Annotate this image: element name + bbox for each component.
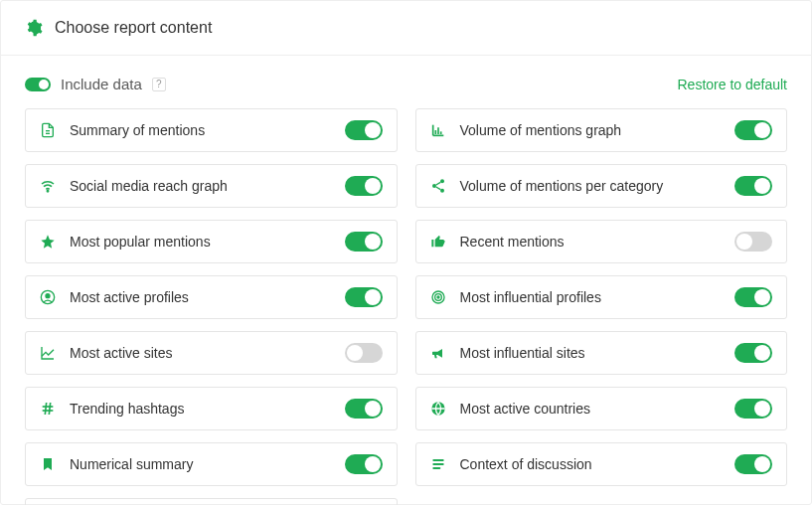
list-icon — [430, 456, 446, 472]
card-left: Recent mentions — [430, 234, 565, 250]
bookmark-icon — [40, 456, 56, 472]
toggle-volume-category[interactable] — [734, 176, 772, 196]
panel-title: Choose report content — [55, 19, 212, 37]
bullhorn-icon — [430, 345, 446, 361]
options-column-right: Volume of mentions graphVolume of mentio… — [415, 108, 788, 505]
svg-point-2 — [47, 191, 48, 192]
option-card-active-sites: Most active sites — [25, 331, 398, 375]
card-left: Most active countries — [430, 401, 591, 417]
include-data-toggle[interactable] — [25, 78, 51, 91]
thumbs-up-icon — [430, 234, 446, 250]
options-grid: Summary of mentionsSocial media reach gr… — [25, 108, 787, 505]
option-label: Most popular mentions — [70, 234, 211, 250]
toggle-numerical[interactable] — [345, 454, 383, 474]
svg-line-7 — [45, 403, 46, 415]
option-card-popular-mentions: Most popular mentions — [25, 220, 398, 263]
toggle-volume-graph[interactable] — [734, 120, 772, 140]
gear-icon — [25, 19, 43, 37]
option-label: Summary of mentions — [70, 122, 205, 138]
panel-body: Include data ? Restore to default Summar… — [1, 56, 811, 505]
svg-point-14 — [440, 179, 444, 183]
svg-point-19 — [437, 296, 439, 298]
option-card-hashtags: Trending hashtags — [25, 387, 398, 430]
toggle-active-sites[interactable] — [345, 343, 383, 363]
target-icon — [430, 289, 446, 305]
card-left: Most popular mentions — [40, 234, 211, 250]
option-label: Most active countries — [460, 401, 591, 417]
report-content-panel: Choose report content Include data ? Res… — [0, 0, 812, 505]
subheader-left: Include data ? — [25, 76, 166, 92]
option-label: Recent mentions — [460, 234, 565, 250]
share-icon — [430, 178, 446, 194]
option-label: Volume of mentions per category — [460, 178, 664, 194]
card-left: Numerical summary — [40, 456, 193, 472]
card-left: Social media reach graph — [40, 178, 228, 194]
toggle-context[interactable] — [734, 454, 772, 474]
restore-default-link[interactable]: Restore to default — [677, 77, 787, 92]
toggle-reach-graph[interactable] — [345, 176, 383, 196]
option-label: Numerical summary — [70, 456, 193, 472]
panel-header: Choose report content — [1, 1, 811, 56]
card-left: Context of discussion — [430, 456, 592, 472]
toggle-active-profiles[interactable] — [345, 287, 383, 307]
svg-point-4 — [46, 294, 50, 298]
user-circle-icon — [40, 289, 56, 305]
star-icon — [40, 234, 56, 250]
wifi-icon — [40, 178, 56, 194]
option-label: Trending hashtags — [70, 401, 184, 417]
hashtag-icon — [40, 401, 56, 417]
option-label: Most influential profiles — [460, 289, 601, 305]
svg-point-16 — [440, 189, 444, 193]
option-label: Context of discussion — [460, 456, 592, 472]
option-card-recent-mentions: Recent mentions — [415, 220, 788, 263]
option-label: Social media reach graph — [70, 178, 228, 194]
card-left: Trending hashtags — [40, 401, 184, 417]
toggle-recent-mentions[interactable] — [734, 232, 772, 252]
card-left: Most active profiles — [40, 289, 189, 305]
options-column-left: Summary of mentionsSocial media reach gr… — [25, 108, 398, 505]
toggle-influential-profiles[interactable] — [734, 287, 772, 307]
document-icon — [40, 122, 56, 138]
card-left: Most influential profiles — [430, 289, 601, 305]
include-data-label: Include data — [61, 76, 142, 92]
svg-line-8 — [49, 403, 50, 415]
card-left: Most influential sites — [430, 345, 585, 361]
option-card-reach-graph: Social media reach graph — [25, 164, 398, 208]
subheader: Include data ? Restore to default — [25, 76, 787, 92]
option-card-summary: Summary of mentions — [25, 108, 398, 152]
toggle-influential-sites[interactable] — [734, 343, 772, 363]
option-label: Volume of mentions graph — [460, 122, 622, 138]
option-card-influential-profiles: Most influential profiles — [415, 275, 788, 319]
option-card-context: Context of discussion — [415, 442, 788, 486]
toggle-hashtags[interactable] — [345, 399, 383, 419]
option-label: Most active sites — [70, 345, 172, 361]
toggle-countries[interactable] — [734, 399, 772, 419]
help-icon[interactable]: ? — [152, 78, 166, 91]
line-chart-icon — [40, 345, 56, 361]
option-label: Most influential sites — [460, 345, 585, 361]
option-card-volume-category: Volume of mentions per category — [415, 164, 788, 208]
option-card-countries: Most active countries — [415, 387, 788, 430]
toggle-summary[interactable] — [345, 120, 383, 140]
option-card-quotes: Quotes — [25, 498, 398, 505]
svg-point-15 — [432, 184, 436, 188]
option-card-numerical: Numerical summary — [25, 442, 398, 486]
card-left: Summary of mentions — [40, 122, 205, 138]
option-label: Most active profiles — [70, 289, 189, 305]
bar-chart-icon — [430, 122, 446, 138]
card-left: Volume of mentions graph — [430, 122, 622, 138]
card-left: Volume of mentions per category — [430, 178, 664, 194]
card-left: Most active sites — [40, 345, 172, 361]
toggle-popular-mentions[interactable] — [345, 232, 383, 252]
option-card-influential-sites: Most influential sites — [415, 331, 788, 375]
option-card-volume-graph: Volume of mentions graph — [415, 108, 788, 152]
option-card-active-profiles: Most active profiles — [25, 275, 398, 319]
globe-icon — [430, 401, 446, 417]
